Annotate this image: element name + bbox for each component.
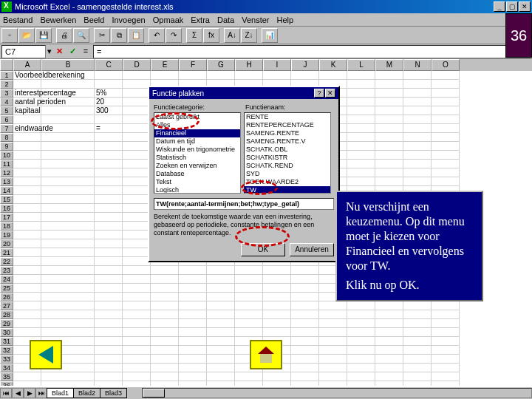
cell[interactable] <box>375 142 403 151</box>
cell[interactable] <box>13 160 41 168</box>
cell[interactable] <box>432 133 460 142</box>
list-item[interactable]: Database <box>154 170 240 178</box>
cell[interactable] <box>41 301 95 310</box>
cell[interactable] <box>123 337 151 346</box>
cell[interactable] <box>123 124 151 133</box>
cell[interactable] <box>432 142 460 151</box>
cell[interactable] <box>347 124 375 133</box>
sort-asc-icon[interactable]: A↓ <box>224 28 240 43</box>
sheet-tab-blad2[interactable]: Blad2 <box>73 388 100 398</box>
menu-help[interactable]: Help <box>277 16 294 24</box>
rowhead[interactable]: 33 <box>0 355 13 364</box>
cell[interactable] <box>432 301 460 310</box>
cell[interactable] <box>403 71 432 80</box>
cell[interactable] <box>41 115 95 124</box>
cell[interactable] <box>41 239 95 248</box>
menu-venster[interactable]: Venster <box>242 16 269 24</box>
cell[interactable] <box>235 275 263 284</box>
cell[interactable] <box>375 355 403 364</box>
cell[interactable]: 20 <box>95 98 123 106</box>
cell[interactable] <box>403 328 432 337</box>
cell[interactable] <box>207 328 235 337</box>
cell[interactable] <box>375 319 403 328</box>
cell[interactable] <box>375 372 403 381</box>
function-icon[interactable]: fx <box>203 28 219 43</box>
cell[interactable] <box>95 213 123 222</box>
cell[interactable] <box>375 133 403 142</box>
cell[interactable] <box>95 355 123 364</box>
cell[interactable] <box>235 319 263 328</box>
cell[interactable] <box>151 319 179 328</box>
cell[interactable] <box>13 142 41 151</box>
cell[interactable] <box>151 266 179 275</box>
cell[interactable] <box>13 151 41 160</box>
rowhead[interactable]: 26 <box>0 293 13 301</box>
cell[interactable] <box>151 301 179 310</box>
cell[interactable] <box>375 160 403 168</box>
cell[interactable] <box>95 231 123 239</box>
cell[interactable] <box>13 80 41 89</box>
cell[interactable] <box>123 355 151 364</box>
cell[interactable] <box>123 372 151 381</box>
cell[interactable] <box>123 195 151 204</box>
tab-last-icon[interactable]: ⏭ <box>35 388 47 398</box>
open-icon[interactable]: 📂 <box>18 28 35 43</box>
cell[interactable] <box>347 133 375 142</box>
formula-enter-button[interactable]: ✓ <box>66 46 78 58</box>
autosum-icon[interactable]: Σ <box>186 28 202 43</box>
cell[interactable] <box>41 284 95 293</box>
cell[interactable] <box>375 124 403 133</box>
cell[interactable] <box>375 310 403 319</box>
new-icon[interactable]: ▫ <box>1 28 18 43</box>
cell[interactable] <box>319 301 347 310</box>
rowhead[interactable]: 7 <box>0 124 13 133</box>
cell[interactable] <box>375 71 403 80</box>
cell[interactable] <box>123 133 151 142</box>
cell[interactable] <box>151 381 179 386</box>
cell[interactable] <box>207 381 235 386</box>
select-all-corner[interactable] <box>0 59 13 71</box>
cell[interactable] <box>235 301 263 310</box>
cell[interactable] <box>13 284 41 293</box>
cell[interactable] <box>347 160 375 168</box>
cell[interactable] <box>41 266 95 275</box>
cell[interactable] <box>179 301 207 310</box>
cell[interactable] <box>13 275 41 284</box>
scrollbar-thumb[interactable] <box>143 389 165 398</box>
cell[interactable] <box>235 328 263 337</box>
cell[interactable] <box>207 319 235 328</box>
cell[interactable] <box>95 257 123 266</box>
cell[interactable] <box>179 364 207 372</box>
rowhead[interactable]: 6 <box>0 115 13 124</box>
colhead-e[interactable]: E <box>151 59 179 71</box>
menu-bewerken[interactable]: Bewerken <box>40 16 76 24</box>
list-item[interactable]: Financieel <box>154 129 240 137</box>
list-item[interactable]: Datum en tijd <box>154 137 240 146</box>
cell[interactable] <box>95 266 123 275</box>
print-icon[interactable]: 🖨 <box>56 28 72 43</box>
cell[interactable] <box>151 337 179 346</box>
cell[interactable] <box>95 168 123 177</box>
cell[interactable] <box>179 381 207 386</box>
maximize-button[interactable]: ▢ <box>506 1 518 12</box>
cell[interactable] <box>151 275 179 284</box>
cell[interactable] <box>432 319 460 328</box>
cell[interactable] <box>41 71 95 80</box>
cell[interactable] <box>179 319 207 328</box>
cell[interactable] <box>291 346 319 355</box>
colhead-n[interactable]: N <box>403 59 432 71</box>
cell[interactable] <box>123 186 151 195</box>
rowhead[interactable]: 29 <box>0 319 13 328</box>
cell[interactable] <box>403 310 432 319</box>
colhead-f[interactable]: F <box>179 59 207 71</box>
cell[interactable] <box>13 381 41 386</box>
rowhead[interactable]: 18 <box>0 222 13 231</box>
cell[interactable] <box>375 89 403 98</box>
cell[interactable] <box>95 248 123 257</box>
sheet-tab-blad1[interactable]: Blad1 <box>47 388 74 398</box>
rowhead[interactable]: 19 <box>0 231 13 239</box>
cell[interactable] <box>123 160 151 168</box>
nav-home-button[interactable] <box>250 340 282 369</box>
cell[interactable] <box>347 98 375 106</box>
menu-invoegen[interactable]: Invoegen <box>112 16 145 24</box>
